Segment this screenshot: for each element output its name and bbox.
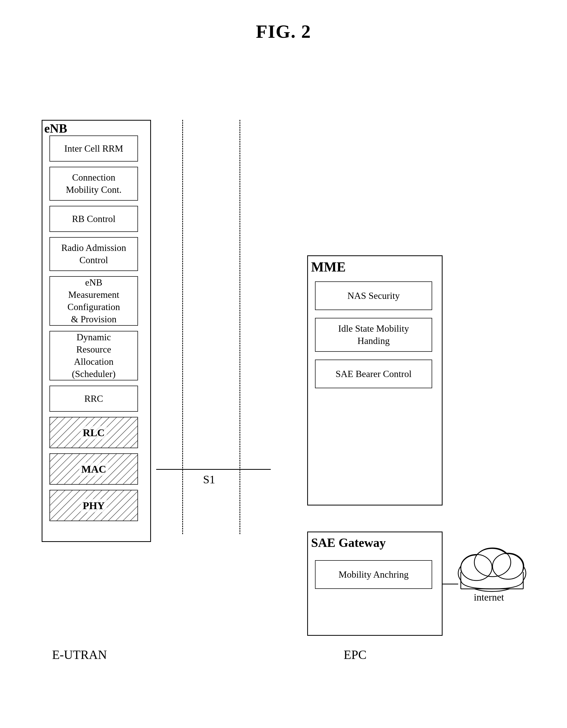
mac-label: MAC (79, 462, 108, 476)
phy-label: PHY (81, 499, 107, 512)
idle-state-mobility-box: Idle State MobilityHanding (315, 318, 432, 352)
s1-text: S1 (203, 473, 215, 486)
eutran-label: E-UTRAN (52, 647, 107, 662)
mobility-anchring-box: Mobility Anchring (315, 560, 432, 589)
rlc-box: RLC (49, 417, 138, 448)
sae-gateway-label: SAE Gateway (311, 535, 386, 550)
enb-label: eNB (44, 121, 67, 135)
gw-internet-line (442, 584, 458, 584)
cloud-svg (453, 537, 531, 599)
s1-dashed-left (182, 120, 183, 534)
rrc-box: RRC (49, 386, 138, 412)
s1-area: S1 (156, 120, 312, 542)
nas-security-box: NAS Security (315, 281, 432, 310)
dynamic-resource-box: DynamicResourceAllocation(Scheduler) (49, 331, 138, 380)
enb-measurement-box: eNBMeasurementConfiguration& Provision (49, 276, 138, 326)
rb-control-box: RB Control (49, 206, 138, 232)
inter-cell-rrm-box: Inter Cell RRM (49, 135, 138, 162)
diagram-container: eNB Inter Cell RRM ConnectionMobility Co… (31, 73, 526, 672)
radio-admission-box: Radio AdmissionControl (49, 237, 138, 271)
mme-label: MME (311, 259, 346, 275)
page-title: FIG. 2 (0, 0, 567, 42)
phy-box: PHY (49, 490, 138, 521)
mac-box: MAC (49, 453, 138, 485)
internet-label: internet (474, 591, 504, 603)
s1-horizontal-line (156, 469, 271, 470)
epc-label: EPC (344, 647, 366, 662)
s1-dashed-right (240, 120, 240, 534)
sae-bearer-control-box: SAE Bearer Control (315, 360, 432, 388)
rlc-label: RLC (81, 426, 107, 439)
internet-cloud: internet (453, 537, 531, 599)
connection-mobility-box: ConnectionMobility Cont. (49, 167, 138, 201)
